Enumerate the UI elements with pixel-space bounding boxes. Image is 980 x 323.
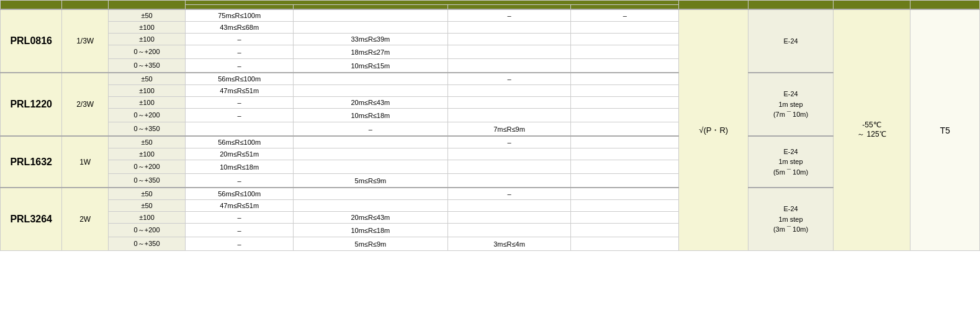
tol-g-cell: 7m≤R≤9m: [447, 122, 571, 137]
tol-f-cell: [294, 9, 448, 22]
tol-j-cell: [571, 160, 679, 174]
tol-f-cell: 18m≤R≤27m: [294, 45, 448, 59]
tcr-cell: 0～+200: [108, 224, 185, 237]
tol-j-cell: [571, 73, 679, 85]
tol-j-cell: [571, 122, 679, 137]
tol-j-header: [571, 5, 679, 10]
tcr-cell: 0～+200: [108, 109, 185, 122]
resistance-header: [186, 1, 679, 5]
tcr-cell: 0～+350: [108, 174, 185, 188]
tol-g-header: [447, 5, 571, 10]
tol-g-cell: [447, 212, 571, 224]
tol-f-cell: [294, 160, 448, 174]
tol-f-cell: [294, 73, 448, 85]
tol-d-cell: –: [186, 237, 294, 251]
tol-j-cell: [571, 97, 679, 109]
tol-g-cell: [447, 45, 571, 59]
pkg-qty-cell: T5: [910, 9, 980, 251]
tol-g-cell: [447, 148, 571, 160]
tcr-cell: ±50: [108, 73, 185, 85]
tcr-cell: ±100: [108, 97, 185, 109]
tol-d-cell: –: [186, 224, 294, 237]
tol-d-cell: –: [186, 59, 294, 73]
tol-f-cell: 5m≤R≤9m: [294, 237, 448, 251]
tol-g-cell: [447, 224, 571, 237]
tol-d-cell: 56m≤R≤100m: [186, 136, 294, 148]
main-table: PRL08161/3W±5075m≤R≤100m––√(P・R)E-24-55℃…: [0, 0, 980, 251]
op-temp-cell: -55℃ ～ 125℃: [833, 9, 910, 251]
tol-g-cell: [447, 200, 571, 212]
tol-g-cell: [447, 97, 571, 109]
power-cell-prl1220: 2/3W: [62, 73, 109, 136]
tol-d-cell: 56m≤R≤100m: [186, 188, 294, 200]
tol-g-cell: [447, 22, 571, 34]
tol-j-cell: [571, 136, 679, 148]
tcr-cell: 0～+200: [108, 45, 185, 59]
tcr-cell: ±50: [108, 200, 185, 212]
tol-f-cell: 33m≤R≤39m: [294, 34, 448, 45]
tol-g-cell: [447, 59, 571, 73]
tol-j-cell: [571, 224, 679, 237]
tol-d-cell: –: [186, 174, 294, 188]
tcr-cell: 0～+200: [108, 160, 185, 174]
tol-d-cell: –: [186, 97, 294, 109]
tcr-cell: ±50: [108, 9, 185, 22]
tol-f-cell: [294, 188, 448, 200]
tol-j-cell: [571, 148, 679, 160]
tol-d-cell: –: [186, 109, 294, 122]
tol-g-cell: –: [447, 136, 571, 148]
tol-f-cell: [294, 85, 448, 97]
tol-d-cell: 10m≤R≤18m: [186, 160, 294, 174]
tol-j-cell: [571, 200, 679, 212]
tol-f-cell: [294, 148, 448, 160]
tol-j-cell: [571, 22, 679, 34]
tcr-cell: ±100: [108, 85, 185, 97]
tol-d-cell: 43m≤R≤68m: [186, 22, 294, 34]
tol-j-cell: [571, 237, 679, 251]
tcr-header: [108, 1, 185, 10]
tcr-cell: ±50: [108, 188, 185, 200]
res-series-header: [748, 1, 834, 10]
tol-j-cell: [571, 45, 679, 59]
tcr-cell: 0～+350: [108, 237, 185, 251]
tol-d-cell: –: [186, 212, 294, 224]
tol-f-cell: 20m≤R≤43m: [294, 212, 448, 224]
tol-d-header: [186, 5, 294, 10]
type-cell-prl0816: PRL0816: [1, 9, 62, 73]
res-series-cell-prl0816: E-24: [748, 9, 834, 73]
type-cell-prl1220: PRL1220: [1, 73, 62, 136]
tol-d-cell: 20m≤R≤51m: [186, 148, 294, 160]
pkg-qty-header: [910, 1, 980, 10]
tol-g-cell: –: [447, 73, 571, 85]
tcr-cell: ±100: [108, 34, 185, 45]
tol-d-cell: [186, 122, 294, 137]
tol-g-cell: [447, 174, 571, 188]
tcr-cell: ±50: [108, 136, 185, 148]
tol-g-cell: –: [447, 188, 571, 200]
tol-d-cell: 75m≤R≤100m: [186, 9, 294, 22]
res-series-cell-prl3264: E-24 1m step (3m ¯ 10m): [748, 188, 834, 251]
tcr-cell: ±100: [108, 148, 185, 160]
res-series-cell-prl1220: E-24 1m step (7m ¯ 10m): [748, 73, 834, 136]
tol-f-cell: 10m≤R≤15m: [294, 59, 448, 73]
tol-f-cell: 5m≤R≤9m: [294, 174, 448, 188]
tol-f-cell: [294, 200, 448, 212]
power-header: [62, 1, 109, 10]
power-cell-prl3264: 2W: [62, 188, 109, 251]
tcr-cell: 0～+350: [108, 59, 185, 73]
tol-d-cell: 47m≤R≤51m: [186, 200, 294, 212]
tol-f-header: [294, 5, 448, 10]
tol-g-cell: [447, 34, 571, 45]
tol-g-cell: [447, 109, 571, 122]
tol-j-cell: [571, 174, 679, 188]
tol-j-cell: [571, 34, 679, 45]
power-cell-prl1632: 1W: [62, 136, 109, 188]
tcr-cell: ±100: [108, 212, 185, 224]
tol-f-cell: [294, 136, 448, 148]
tol-j-cell: [571, 85, 679, 97]
tol-j-cell: [571, 59, 679, 73]
tol-d-cell: 47m≤R≤51m: [186, 85, 294, 97]
tol-f-cell: 10m≤R≤18m: [294, 109, 448, 122]
tol-j-cell: [571, 109, 679, 122]
type-cell-prl3264: PRL3264: [1, 188, 62, 251]
